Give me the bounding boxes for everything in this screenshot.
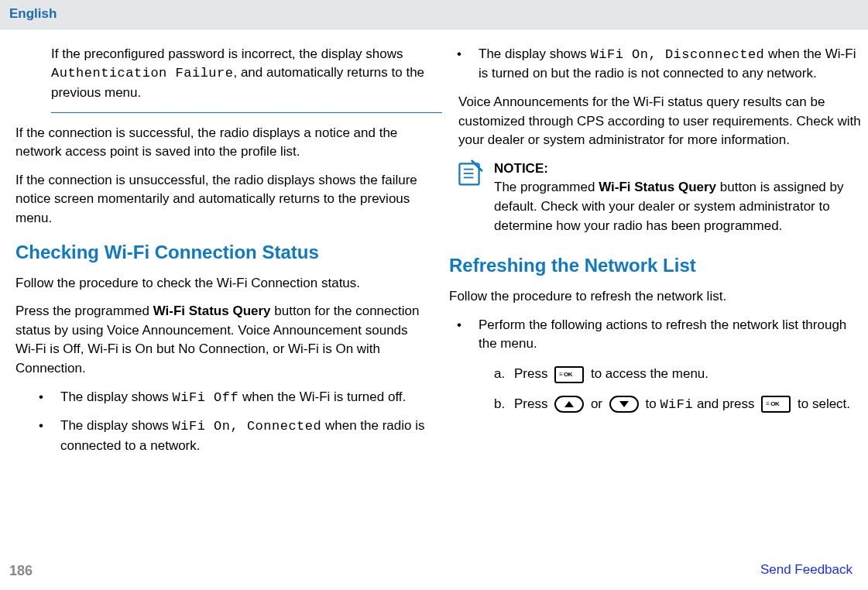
left-column: If the preconfigured password is incorre…: [8, 45, 426, 465]
list-item: The display shows WiFi On, Connected whe…: [39, 417, 426, 455]
code-wifi-connected: WiFi On, Connected: [173, 419, 322, 434]
para-success: If the connection is successful, the rad…: [15, 124, 426, 162]
language-label: English: [9, 6, 57, 21]
para-follow-refresh: Follow the procedure to refresh the netw…: [449, 287, 867, 307]
status-list: The display shows WiFi Off when the Wi-F…: [15, 388, 426, 456]
step-b: b. Press or to WiFi and press to select.: [494, 395, 867, 415]
section-divider: [51, 112, 442, 113]
code-wifi: WiFi: [660, 397, 693, 412]
step-a: a. Press to access the menu.: [494, 365, 867, 384]
para-unsuccess: If the connection is unsuccessful, the r…: [15, 171, 426, 228]
heading-checking-status: Checking Wi-Fi Connection Status: [15, 239, 426, 266]
right-column: The display shows WiFi On, Disconnected …: [449, 45, 867, 465]
list-item: The display shows WiFi Off when the Wi-F…: [39, 388, 426, 408]
code-wifi-off: WiFi Off: [173, 390, 239, 405]
page-footer: 186 Send Feedback: [0, 561, 868, 581]
page-number: 186: [9, 561, 33, 581]
language-header: English: [0, 0, 868, 29]
page-content: If the preconfigured password is incorre…: [0, 29, 868, 465]
para-follow-check: Follow the procedure to check the Wi-Fi …: [15, 274, 426, 293]
code-wifi-disconnected: WiFi On, Disconnected: [591, 47, 765, 62]
notice-label: NOTICE:: [494, 161, 548, 176]
steps-list: a. Press to access the menu. b. Press or…: [479, 365, 867, 414]
notice-text: NOTICE: The programmed Wi-Fi Status Quer…: [494, 160, 867, 236]
note-auth-failure: If the preconfigured password is incorre…: [15, 45, 426, 103]
code-auth-failure: Authentication Failure: [51, 66, 233, 81]
ok-button-icon: [554, 366, 584, 383]
bold-wifi-status-query: Wi-Fi Status Query: [153, 304, 271, 318]
para-voice-announce: Voice Announcements for the Wi-Fi status…: [449, 93, 867, 150]
list-item: Perform the following actions to refresh…: [457, 316, 867, 415]
list-item: The display shows WiFi On, Disconnected …: [457, 45, 867, 84]
notice-block: NOTICE: The programmed Wi-Fi Status Quer…: [449, 160, 867, 236]
svg-line-1: [472, 161, 482, 171]
down-button-icon: [609, 396, 639, 413]
send-feedback-link[interactable]: Send Feedback: [760, 561, 853, 581]
notice-icon: [455, 160, 483, 236]
ok-button-icon: [761, 396, 791, 413]
up-button-icon: [554, 396, 584, 413]
status-list-cont: The display shows WiFi On, Disconnected …: [449, 45, 867, 84]
para-press-query: Press the programmed Wi-Fi Status Query …: [15, 302, 426, 379]
refresh-list: Perform the following actions to refresh…: [449, 316, 867, 415]
heading-refresh-list: Refreshing the Network List: [449, 252, 867, 280]
